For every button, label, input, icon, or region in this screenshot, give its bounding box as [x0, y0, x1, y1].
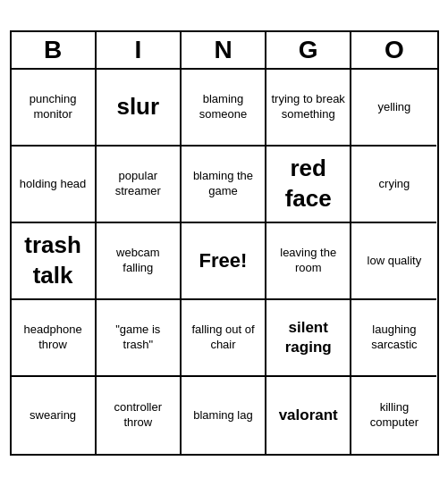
bingo-cell-0: punching monitor: [12, 70, 97, 147]
bingo-grid: punching monitorslurblaming someonetryin…: [12, 70, 437, 454]
bingo-cell-18: silent raging: [266, 300, 351, 377]
header-letter-O: O: [351, 32, 436, 68]
header-letter-G: G: [266, 32, 351, 68]
bingo-cell-3: trying to break something: [266, 70, 351, 147]
bingo-cell-22: blaming lag: [182, 377, 266, 454]
bingo-cell-1: slur: [97, 70, 182, 147]
bingo-cell-10: trash talk: [12, 223, 97, 300]
bingo-cell-15: headphone throw: [12, 300, 97, 377]
header-letter-B: B: [12, 32, 97, 68]
bingo-cell-23: valorant: [266, 377, 351, 454]
bingo-cell-14: low quality: [351, 223, 436, 300]
bingo-cell-19: laughing sarcastic: [351, 300, 436, 377]
bingo-cell-2: blaming someone: [182, 70, 266, 147]
bingo-cell-20: swearing: [12, 377, 97, 454]
bingo-cell-24: killing computer: [351, 377, 436, 454]
bingo-cell-8: red face: [266, 147, 351, 223]
bingo-card: BINGO punching monitorslurblaming someon…: [10, 30, 439, 456]
bingo-cell-16: "game is trash": [97, 300, 182, 377]
bingo-cell-5: holding head: [12, 147, 97, 223]
bingo-cell-6: popular streamer: [97, 147, 182, 223]
bingo-cell-17: falling out of chair: [182, 300, 266, 377]
bingo-cell-13: leaving the room: [266, 223, 351, 300]
bingo-cell-21: controller throw: [97, 377, 182, 454]
bingo-cell-7: blaming the game: [182, 147, 266, 223]
header-letter-I: I: [97, 32, 182, 68]
bingo-cell-9: crying: [351, 147, 436, 223]
bingo-header: BINGO: [12, 32, 437, 70]
bingo-cell-4: yelling: [351, 70, 436, 147]
header-letter-N: N: [182, 32, 266, 68]
bingo-cell-12: Free!: [182, 223, 266, 300]
bingo-cell-11: webcam falling: [97, 223, 182, 300]
